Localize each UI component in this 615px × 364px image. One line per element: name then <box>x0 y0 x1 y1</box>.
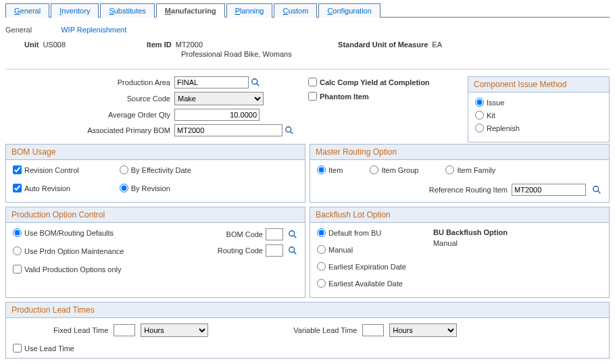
source-code-label: Source Code <box>32 95 174 103</box>
tab-substitutes[interactable]: Substitutes <box>100 3 154 18</box>
revision-control-checkbox[interactable]: Revision Control <box>13 165 79 174</box>
tab-custom[interactable]: Custom <box>274 3 317 18</box>
lookup-icon[interactable] <box>250 77 261 88</box>
auto-revision-checkbox[interactable]: Auto Revision <box>13 184 79 192</box>
bom-code-label: BOM Code <box>226 230 263 238</box>
assoc-bom-label: Associated Primary BOM <box>32 126 174 134</box>
subnav-wip-link[interactable]: WIP Replenishment <box>61 26 126 34</box>
lookup-icon[interactable] <box>287 229 298 240</box>
divider <box>5 69 610 70</box>
use-defaults-radio[interactable]: Use BOM/Routing Defaults <box>13 228 218 237</box>
item-description: Professional Road Bike, Womans <box>181 50 292 58</box>
var-lt-input[interactable] <box>362 324 384 336</box>
bom-code-input[interactable] <box>266 228 283 240</box>
tab-configuration[interactable]: Configuration <box>318 3 380 18</box>
lead-times-box: Production Lead Times Fixed Lead Time Ho… <box>5 302 610 359</box>
mr-item-group-radio[interactable]: Item Group <box>370 165 418 174</box>
svg-point-0 <box>252 79 257 84</box>
tab-manufacturing[interactable]: Manufacturing <box>156 3 225 18</box>
top-form: Production Area Source Code Make Average… <box>32 76 295 140</box>
cim-kit-radio[interactable]: Kit <box>475 111 602 120</box>
svg-line-9 <box>294 252 297 255</box>
svg-line-7 <box>294 236 297 238</box>
cim-issue-radio[interactable]: Issue <box>475 98 602 107</box>
bf-default-radio[interactable]: Default from BU <box>317 228 406 237</box>
phantom-checkbox[interactable]: Phantom Item <box>308 92 430 101</box>
tab-inventory[interactable]: Inventory <box>51 3 99 18</box>
uom-value: EA <box>432 41 442 49</box>
lookup-icon[interactable] <box>284 125 295 136</box>
svg-line-1 <box>257 84 260 86</box>
use-maint-radio[interactable]: Use Prdn Option Maintenance <box>13 246 218 255</box>
lead-times-title: Production Lead Times <box>6 303 609 318</box>
var-lt-unit-select[interactable]: Hours <box>389 323 457 337</box>
mr-item-radio[interactable]: Item <box>317 165 343 174</box>
master-routing-title: Master Routing Option <box>310 145 609 160</box>
lookup-icon[interactable] <box>287 245 298 256</box>
unit-value: US008 <box>43 41 66 49</box>
fixed-lt-input[interactable] <box>114 324 135 336</box>
tabstrip: General Inventory Substitutes Manufactur… <box>5 3 610 18</box>
source-code-select[interactable]: Make <box>174 92 264 105</box>
avg-qty-label: Average Order Qty <box>32 111 174 119</box>
use-lead-time-checkbox[interactable]: Use Lead Time <box>13 344 602 353</box>
prod-area-input[interactable] <box>174 76 249 88</box>
master-routing-box: Master Routing Option Item Item Group It… <box>310 144 610 203</box>
svg-line-3 <box>291 132 293 134</box>
valid-only-checkbox[interactable]: Valid Production Options only <box>13 265 218 274</box>
fixed-lt-unit-select[interactable]: Hours <box>141 323 208 337</box>
bu-backflush-value: Manual <box>433 239 508 247</box>
ref-routing-label: Reference Routing Item <box>429 186 508 194</box>
backflush-box: Backflush Lot Option Default from BU Man… <box>310 207 610 298</box>
rtg-code-input[interactable] <box>266 244 283 257</box>
unit-label: Unit <box>24 41 39 49</box>
ref-routing-input[interactable] <box>512 184 586 196</box>
tab-general[interactable]: General <box>5 3 49 18</box>
cim-replenish-radio[interactable]: Replenish <box>475 124 602 132</box>
lookup-icon[interactable] <box>591 184 602 195</box>
bf-earliest-exp-radio[interactable]: Earliest Expiration Date <box>317 262 406 271</box>
bf-manual-radio[interactable]: Manual <box>317 245 406 254</box>
calc-comp-checkbox[interactable]: Calc Comp Yield at Completion <box>308 78 430 86</box>
production-option-box: Production Option Control Use BOM/Routin… <box>5 207 305 298</box>
fixed-lt-label: Fixed Lead Time <box>53 326 108 334</box>
by-revision-radio[interactable]: By Revision <box>120 184 191 192</box>
avg-qty-input[interactable] <box>174 109 260 121</box>
by-effectivity-radio[interactable]: By Effectivity Date <box>120 165 191 174</box>
bu-backflush-label: BU Backflush Option <box>433 228 508 236</box>
svg-line-5 <box>598 191 601 194</box>
bom-usage-box: BOM Usage Revision Control Auto Revision… <box>5 144 305 203</box>
header-info: Unit US008 Item ID MT2000 Standard Unit … <box>5 38 610 65</box>
subnav: General WIP Replenishment <box>5 26 610 34</box>
svg-point-4 <box>593 186 599 192</box>
prod-opt-title: Production Option Control <box>6 207 305 223</box>
var-lt-label: Variable Lead Time <box>293 326 357 334</box>
svg-point-6 <box>289 231 295 236</box>
tab-planning[interactable]: Planning <box>226 3 273 18</box>
mr-item-family-radio[interactable]: Item Family <box>445 165 495 174</box>
itemid-label: Item ID <box>147 41 172 49</box>
top-checkboxes: Calc Comp Yield at Completion Phantom It… <box>308 76 430 106</box>
bf-earliest-avail-radio[interactable]: Earliest Available Date <box>317 279 406 288</box>
svg-point-2 <box>286 127 291 132</box>
bom-usage-title: BOM Usage <box>6 145 305 160</box>
subnav-general: General <box>5 26 32 34</box>
svg-point-8 <box>289 247 295 253</box>
assoc-bom-input[interactable] <box>174 124 282 136</box>
cim-title: Component Issue Method <box>468 77 609 93</box>
component-issue-method-box: Component Issue Method Issue Kit Repleni… <box>468 76 610 142</box>
rtg-code-label: Routing Code <box>218 246 263 255</box>
itemid-value: MT2000 <box>176 41 203 49</box>
uom-label: Standard Unit of Measure <box>338 41 428 49</box>
prod-area-label: Production Area <box>32 78 174 86</box>
backflush-title: Backflush Lot Option <box>310 207 609 223</box>
